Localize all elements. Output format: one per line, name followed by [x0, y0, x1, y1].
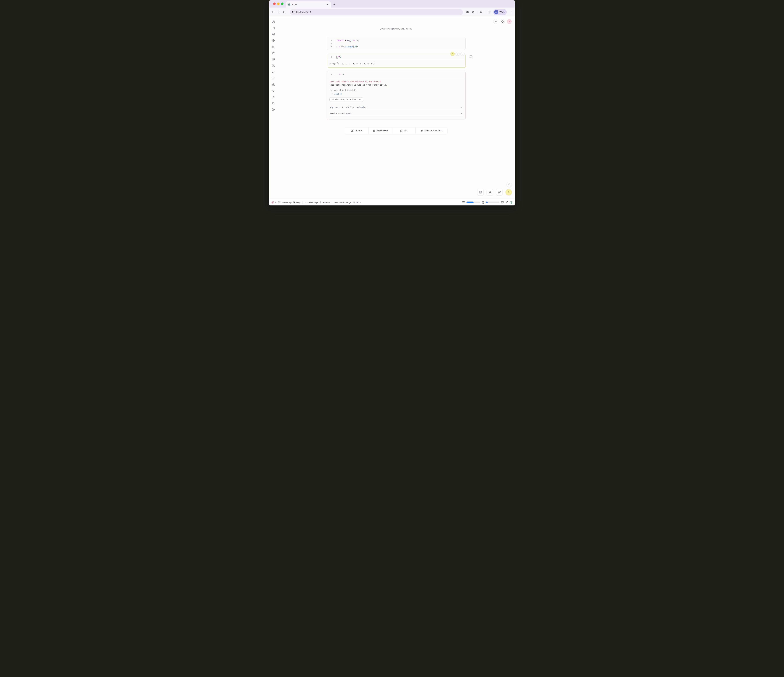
code-line-text[interactable]: import numpy as np: [334, 39, 359, 42]
terminal-button[interactable]: [278, 201, 281, 204]
bullet-icon: [332, 93, 333, 94]
forward-icon[interactable]: [276, 9, 281, 15]
error-message: This cell redefines variables from other…: [330, 84, 463, 86]
faq-redefine-accordion[interactable]: Why can't I redefine variables?: [330, 104, 463, 110]
avatar: A: [494, 10, 498, 14]
settings-gear-icon[interactable]: [500, 19, 505, 24]
code-line-text[interactable]: x *= 2: [334, 73, 344, 76]
code-cell-3[interactable]: 1 x *= 2 This cell wasn't run because it…: [327, 71, 465, 120]
cell-0-link[interactable]: cell-0: [334, 93, 342, 95]
line-number: 1: [327, 73, 334, 76]
circle-x-icon: [271, 201, 274, 204]
add-sql-cell-button[interactable]: SQL: [392, 127, 415, 134]
back-icon[interactable]: [270, 9, 276, 15]
command-icon: [498, 191, 501, 194]
faq-question: Need a scratchpad?: [330, 112, 352, 115]
stop-cell-icon[interactable]: [456, 52, 459, 56]
startup-mode-setting[interactable]: on startup: lazy: [282, 201, 300, 203]
ram-icon: [462, 201, 465, 204]
tab-title: nb.py: [292, 3, 325, 6]
code-line-text[interactable]: [334, 42, 336, 45]
browser-toolbar: localhost:2718 A Work: [269, 8, 515, 17]
site-info-icon[interactable]: [292, 11, 295, 13]
browser-menu-icon[interactable]: [508, 9, 513, 15]
reload-icon[interactable]: [282, 9, 287, 15]
sparkles-icon: [420, 129, 423, 132]
floating-controls: [477, 182, 512, 195]
run-all-button[interactable]: [506, 189, 512, 195]
help-icon[interactable]: [271, 108, 275, 111]
save-button[interactable]: [477, 189, 484, 195]
bookmark-star-icon[interactable]: [471, 9, 476, 15]
line-number: 2: [327, 42, 334, 45]
line-number: 1: [327, 39, 334, 42]
scratchpad-icon[interactable]: [271, 51, 275, 55]
run-cell-icon[interactable]: [451, 52, 454, 56]
code-cell-2[interactable]: … 1 x**2 array([0, 1, 2, 3, 4, 5, 6, 7, …: [327, 54, 465, 67]
ai-sparkles-icon[interactable]: [506, 201, 508, 204]
layout-toggle-button[interactable]: [487, 189, 493, 195]
interrupt-icon[interactable]: [507, 182, 512, 187]
error-faq: Why can't I redefine variables? Need a s…: [330, 104, 463, 116]
url-bar[interactable]: localhost:2718: [290, 9, 463, 15]
cpu-usage-meter: [486, 202, 499, 203]
documentation-icon[interactable]: [271, 64, 275, 67]
minimize-window-button[interactable]: [277, 3, 280, 5]
cell-change-value: autorun: [323, 201, 330, 203]
fix-button-label: Fix: Wrap in a function: [335, 98, 361, 101]
minimap-icon[interactable]: [501, 201, 504, 204]
panel-rail: f: [269, 17, 277, 199]
browser-tab[interactable]: m nb.py: [286, 2, 331, 8]
code-line-text[interactable]: x**2: [334, 55, 342, 58]
error-count: 1: [275, 201, 276, 203]
chevron-down-icon: [359, 201, 361, 203]
fix-wrap-function-button[interactable]: Fix: Wrap in a function: [330, 97, 363, 102]
error-title: This cell wasn't run because it has erro…: [330, 81, 463, 83]
menu-icon[interactable]: [493, 19, 498, 24]
data-sources-icon[interactable]: [271, 33, 275, 36]
cell-more-icon[interactable]: …: [460, 52, 464, 56]
faq-question: Why can't I redefine variables?: [330, 106, 368, 109]
install-app-icon[interactable]: [465, 9, 470, 15]
profile-chip[interactable]: A Work: [493, 9, 507, 15]
add-sql-label: SQL: [404, 130, 408, 132]
tracing-icon[interactable]: [271, 89, 275, 92]
error-count-badge[interactable]: 1: [271, 201, 276, 204]
maximize-window-button[interactable]: [281, 3, 283, 5]
code-cell-1[interactable]: 1 import numpy as np 2 3 x = np.arange(1…: [327, 37, 465, 50]
cell-change-setting[interactable]: on cell change: autorun: [305, 201, 330, 203]
tab-close-icon[interactable]: [326, 3, 329, 6]
shutdown-icon[interactable]: [507, 19, 512, 24]
extensions-icon[interactable]: [479, 9, 484, 15]
generate-with-ai-button[interactable]: GENERATE WITH AI: [415, 127, 447, 134]
add-python-cell-button[interactable]: PYTHON: [345, 127, 369, 134]
cpu-icon: [482, 201, 484, 204]
outline-icon[interactable]: [271, 76, 275, 80]
close-window-button[interactable]: [273, 3, 276, 5]
variables-icon[interactable]: f: [271, 26, 275, 30]
startup-value: lazy: [296, 201, 300, 203]
marimo-favicon: m: [288, 3, 290, 6]
keyboard-shortcuts-button[interactable]: [496, 189, 502, 195]
connection-status-icon[interactable]: [510, 201, 513, 204]
statusbar-divider: [332, 201, 332, 204]
new-tab-button[interactable]: [332, 2, 337, 7]
logs-icon[interactable]: [271, 70, 275, 73]
snippets-icon[interactable]: [271, 57, 275, 61]
cpu-usage-fill: [486, 202, 488, 203]
search-tabs-icon[interactable]: [487, 9, 492, 15]
secrets-icon[interactable]: [271, 95, 275, 99]
packages-icon[interactable]: [271, 39, 275, 42]
add-markdown-label: MARKDOWN: [376, 130, 388, 132]
faq-scratchpad-accordion[interactable]: Need a scratchpad?: [330, 110, 463, 116]
cache-icon[interactable]: [271, 101, 275, 105]
add-markdown-cell-button[interactable]: MARKDOWN: [368, 127, 392, 134]
refresh-stale-icon[interactable]: [470, 55, 473, 58]
module-change-setting[interactable]: on module change: off: [334, 201, 361, 203]
file-explorer-icon[interactable]: [271, 20, 275, 23]
cell-change-label: on cell change:: [305, 201, 319, 203]
code-line-text[interactable]: x = np.arange(10): [334, 45, 358, 48]
ai-chat-icon[interactable]: [271, 45, 275, 48]
dependencies-icon[interactable]: [271, 82, 275, 86]
cell-output: array([0, 1, 2, 3, 4, 5, 6, 7, 8, 9]): [327, 60, 465, 67]
